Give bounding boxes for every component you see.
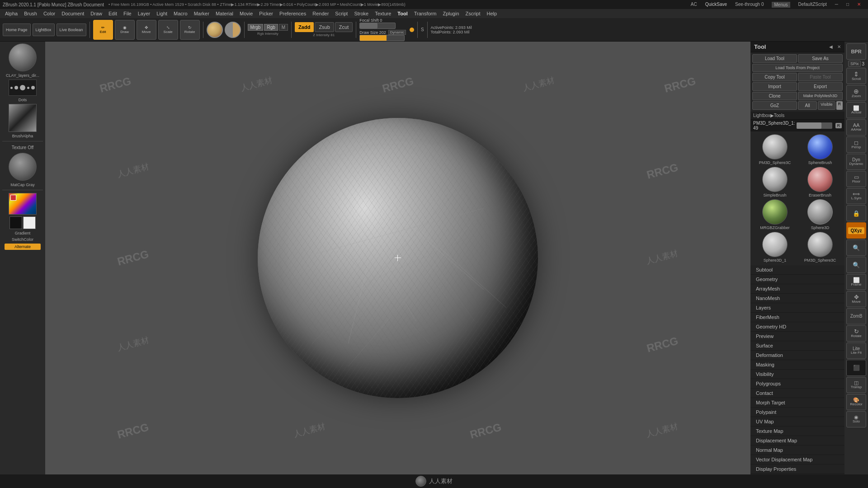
menu-render[interactable]: Render [309,10,332,17]
menu-brush[interactable]: Brush [21,10,40,17]
menu-file[interactable]: File [120,10,135,17]
alternate-btn[interactable]: Alternate [5,244,41,250]
menu-help[interactable]: Help [484,10,500,17]
m-btn[interactable]: M [279,24,288,31]
actual-btn[interactable]: ⬜ Actual [846,102,866,118]
brush-preview[interactable] [9,43,37,71]
clone-btn[interactable]: Clone [752,92,797,100]
bpr-btn[interactable]: BPR [846,43,866,60]
grad-white[interactable] [23,216,36,229]
draw-size-slider[interactable] [359,35,405,41]
menu-displacement-map[interactable]: Displacement Map [750,436,844,446]
move-btn[interactable]: ✥ Move [137,20,156,40]
menu-transform[interactable]: Transform [411,10,440,17]
menu-movie[interactable]: Movie [236,10,256,17]
menu-display-properties[interactable]: Display Properties [750,465,844,474]
persp-btn[interactable]: ◻ Persp [846,136,866,153]
focal-slider[interactable] [359,23,396,29]
dynamic-label[interactable]: Dynamic [388,30,406,35]
menu-geometry[interactable]: Geometry [750,275,844,284]
menu-deformation[interactable]: Deformation [750,351,844,360]
edit-btn[interactable]: ✏ Edit [93,20,113,40]
load-from-project-btn[interactable]: Load Tools From Project [752,64,843,72]
menu-fibermesh[interactable]: FiberMesh [750,313,844,322]
menu-texture-map[interactable]: Texture Map [750,427,844,436]
dots-preview[interactable] [9,80,37,96]
mrgb-btn[interactable]: Mrgb [248,24,264,31]
zoom-btn[interactable]: ⊕ Zoom [846,85,866,101]
brush-simple[interactable]: SimpleBrush [753,167,797,197]
live-boolean-btn[interactable]: Live Boolean [57,23,86,36]
search1-btn[interactable]: 🔍 [846,239,866,256]
save-as-btn[interactable]: Save As [798,54,843,63]
brush-eraser[interactable]: EraserBrush [798,167,842,197]
menu-layers[interactable]: Layers [750,303,844,313]
export-btn[interactable]: Export [798,82,843,91]
canvas-area[interactable]: RRCG人人素材 RRCG人人素材 RRCG 人人素材RRCG 人人素材RRCG… [45,42,750,474]
lightbox-tools-label[interactable]: Lightbox▶Tools [750,112,844,120]
solo-btn[interactable]: ◉ Solo [846,411,866,427]
zcut-btn[interactable]: Zcut [335,22,353,32]
menu-morph-target[interactable]: Morph Target [750,398,844,408]
close-btn[interactable]: ✕ [857,2,861,8]
menus-btn[interactable]: Menus [772,2,790,8]
material-sphere[interactable] [207,22,223,38]
load-tool-btn[interactable]: Load Tool [752,54,797,63]
menu-light[interactable]: Light [153,10,170,17]
menu-vector-displacement[interactable]: Vector Displacement Map [750,455,844,465]
menu-tool[interactable]: Tool [394,10,410,17]
home-page-btn[interactable]: Home Page [3,23,31,36]
menu-zscript[interactable]: Zscript [462,10,484,17]
make-polymesh-btn[interactable]: Make PolyMesh3D [798,92,843,100]
menu-texture[interactable]: Texture [372,10,394,17]
search2-btn[interactable]: 🔍 [846,257,866,273]
scale-btn[interactable]: ⤡ Scale [158,20,178,40]
menu-script[interactable]: Script [332,10,351,17]
alpha-preview[interactable] [9,104,37,132]
zadd-btn[interactable]: Zadd [295,22,314,32]
copy-tool-btn[interactable]: Copy Tool [752,73,797,81]
menu-arraymesh[interactable]: ArrayMesh [750,284,844,294]
script-label[interactable]: DefaultZScript [798,2,827,8]
color-swatch[interactable] [9,193,37,215]
lsym-btn[interactable]: ⟺ L.Sym [846,188,866,204]
brush-sphere3d[interactable]: Sphere3D [798,199,842,230]
min-btn[interactable]: ─ [835,2,838,8]
brush-mrgbz[interactable]: MRGBZGrabber [753,199,797,230]
transp-btn[interactable]: ◫ Transp [846,377,866,393]
menu-layer[interactable]: Layer [135,10,154,17]
draw-btn[interactable]: ◉ Draw [115,20,135,40]
brush-pm3d-sphere3c[interactable]: PM3D_Sphere3C [753,134,797,165]
visible-btn[interactable]: Visible [818,101,835,110]
frame-btn[interactable]: ⬜ Frame [846,274,866,290]
brush-pm3d-sphere3c2[interactable]: PM3D_Sphere3C [798,232,842,263]
rotate-btn[interactable]: ↻ Rotate [180,20,200,40]
menu-nanomesh[interactable]: NanoMesh [750,294,844,303]
menu-visibility[interactable]: Visibility [750,370,844,379]
menu-material[interactable]: Material [212,10,236,17]
paste-tool-btn[interactable]: Paste Tool [798,73,843,81]
menu-color[interactable]: Color [40,10,58,17]
menu-macro[interactable]: Macro [170,10,191,17]
half-circle-btn[interactable] [225,22,241,38]
dark-square-btn[interactable]: ⬛ [846,360,866,376]
menu-surface[interactable]: Surface [750,341,844,351]
move-icon-btn[interactable]: ✥ Move [846,291,866,307]
scroll-btn[interactable]: ⇕ Scroll [846,68,866,84]
quicksave-btn[interactable]: QuickSave [705,2,727,8]
menu-marker[interactable]: Marker [191,10,212,17]
goz-btn[interactable]: GoZ [752,101,797,110]
menu-draw[interactable]: Draw [87,10,105,17]
rotate-icon-btn[interactable]: ↻ Rotate [846,325,866,342]
menu-stroke[interactable]: Stroke [351,10,372,17]
menu-alpha[interactable]: Alpha [2,10,21,17]
menu-zplugin[interactable]: Zplugin [439,10,462,17]
rgb-btn[interactable]: Rgb [264,24,278,31]
menu-geometryhd[interactable]: Geometry HD [750,322,844,332]
all-btn[interactable]: All [798,101,817,110]
menu-preview[interactable]: Preview [750,332,844,341]
recolor-btn[interactable]: 🎨 Recolor [846,394,866,410]
menu-normal-map[interactable]: Normal Map [750,446,844,455]
dynamic-btn[interactable]: Dyn Dynamic [846,154,866,170]
max-btn[interactable]: □ [846,2,849,8]
